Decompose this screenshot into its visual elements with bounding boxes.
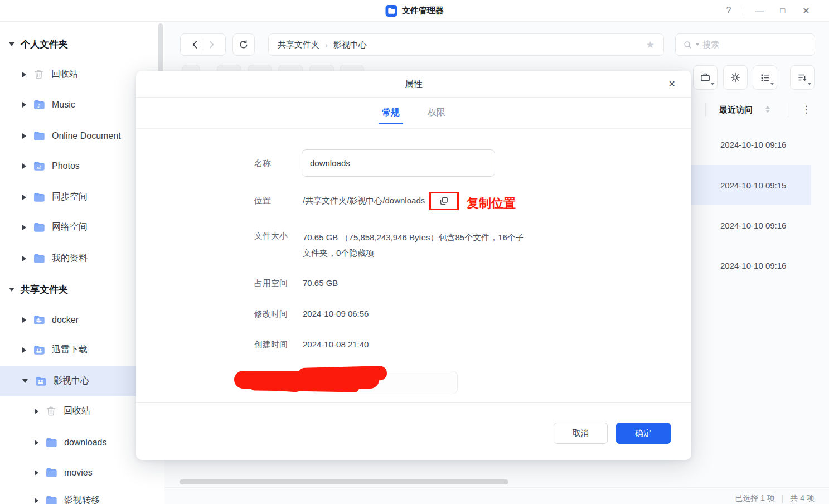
expand-arrow-icon[interactable] [22,225,26,230]
sidebar-item-label: 影视中心 [54,375,89,387]
sort-button[interactable] [790,65,815,90]
cancel-button[interactable]: 取消 [554,423,608,444]
recent-access-date: 2024-10-10 09:16 [720,221,786,230]
sidebar-item-label: 影视转移 [64,495,100,504]
tab-general[interactable]: 常规 [381,97,401,128]
sidebar-item-label: docker [52,315,79,325]
collapse-arrow-icon[interactable] [9,288,14,292]
folder-icon [46,438,57,447]
folder-icon [46,496,57,504]
expand-arrow-icon[interactable] [22,163,26,169]
title-bar-center: 文件管理器 [385,0,444,21]
folder-icon [33,131,45,140]
collapse-arrow-icon[interactable] [9,42,14,46]
nav-divider [203,38,203,51]
copy-location-button[interactable] [439,196,449,206]
modified-time-label: 修改时间 [254,308,288,320]
briefcase-icon [700,72,711,83]
created-time-label: 创建时间 [254,338,288,351]
column-options-kebab-icon[interactable]: ⋮ [802,104,811,115]
active-tab-underline [379,123,403,124]
dropdown-caret-icon [711,83,714,85]
sort-arrows-icon[interactable] [765,106,770,113]
expand-arrow-icon[interactable] [22,347,26,353]
expand-arrow-icon[interactable] [22,102,26,108]
file-size-label: 文件大小 [254,230,288,242]
maximize-icon[interactable]: □ [771,6,794,15]
dialog-tabs: 常规 权限 [136,97,691,129]
window-controls-divider [744,6,744,16]
status-divider: | [782,494,784,503]
sidebar-item-movie-transfer[interactable]: 影视转移 [0,485,164,504]
tab-label: 权限 [428,107,445,119]
sidebar-item-label: 网络空间 [52,221,88,233]
status-bar: 已选择 1 项 | 共 4 项 [735,493,815,503]
dialog-footer-divider [136,402,691,403]
expand-arrow-icon[interactable] [35,470,38,476]
sidebar-item-movies[interactable]: movies [0,457,164,488]
expand-arrow-icon[interactable] [22,133,26,139]
minimize-icon[interactable]: — [748,6,771,16]
expand-arrow-icon[interactable] [22,317,26,323]
created-time-value: 2024-10-08 21:40 [303,338,369,351]
search-filter-caret-icon[interactable] [696,43,699,46]
expand-arrow-icon[interactable] [35,409,38,414]
section-label: 个人文件夹 [21,38,68,51]
collapse-arrow-icon[interactable] [22,379,28,383]
selected-count: 已选择 1 项 [735,493,775,503]
sidebar-item-label: Online Document [52,131,121,141]
expand-arrow-icon[interactable] [35,498,38,503]
sidebar-section-personal-folders[interactable]: 个人文件夹 [0,29,164,60]
nav-buttons [180,33,226,56]
close-icon[interactable]: ✕ [668,79,676,89]
trash-icon [33,69,44,80]
sidebar-item-label: Music [52,100,75,110]
search-placeholder: 搜索 [702,40,719,50]
toolbox-button[interactable] [693,65,718,90]
used-space-label: 占用空间 [254,277,288,289]
statusbar-divider [164,487,829,488]
search-input[interactable]: 搜索 [675,33,815,56]
section-label: 共享文件夹 [21,283,68,296]
help-icon[interactable]: ? [717,6,740,16]
sidebar-scrollbar[interactable] [158,23,163,72]
svg-text:♪: ♪ [37,103,41,109]
expand-arrow-icon[interactable] [35,440,38,445]
tab-permissions[interactable]: 权限 [426,97,447,128]
app-title: 文件管理器 [402,6,444,16]
chevron-right-icon: › [325,40,328,50]
copy-location-annotation: 复制位置 [467,195,516,212]
gear-icon [730,72,741,83]
copy-icon [439,196,449,206]
close-window-icon[interactable]: ✕ [794,6,818,16]
sidebar-item-label: 我的资料 [52,253,88,264]
breadcrumb-root[interactable]: 共享文件夹 [278,40,319,50]
expand-arrow-icon[interactable] [22,195,26,200]
horizontal-scrollbar[interactable] [180,479,508,484]
sidebar-item-label: downloads [64,438,107,448]
breadcrumb[interactable]: 共享文件夹 › 影视中心 ★ [268,33,664,56]
trash-icon [46,406,56,416]
favorite-star-icon[interactable]: ★ [646,39,655,51]
expand-arrow-icon[interactable] [22,256,26,261]
name-input[interactable] [302,149,495,177]
refresh-button[interactable] [232,33,255,56]
location-value: /共享文件夹/影视中心/downloads [303,195,425,207]
tab-label: 常规 [382,107,400,119]
app-folder-icon [385,5,397,17]
settings-button[interactable] [723,65,748,90]
dialog-title: 属性 [136,79,691,90]
breadcrumb-current[interactable]: 影视中心 [333,40,367,50]
used-space-value: 70.65 GB [303,277,338,289]
view-mode-button[interactable] [753,65,777,90]
back-icon[interactable] [192,41,197,49]
column-header-recent-access[interactable]: 最近访问 [719,105,753,115]
expand-arrow-icon[interactable] [22,72,26,77]
sidebar-item-label: 回收站 [51,69,78,80]
window-controls: ? — □ ✕ [717,0,829,21]
sidebar-item-label: 回收站 [64,405,90,417]
recent-access-date: 2024-10-10 09:15 [720,181,786,190]
forward-icon[interactable] [209,41,214,49]
ok-button[interactable]: 确定 [616,423,671,444]
shared-folder-icon [35,376,46,386]
